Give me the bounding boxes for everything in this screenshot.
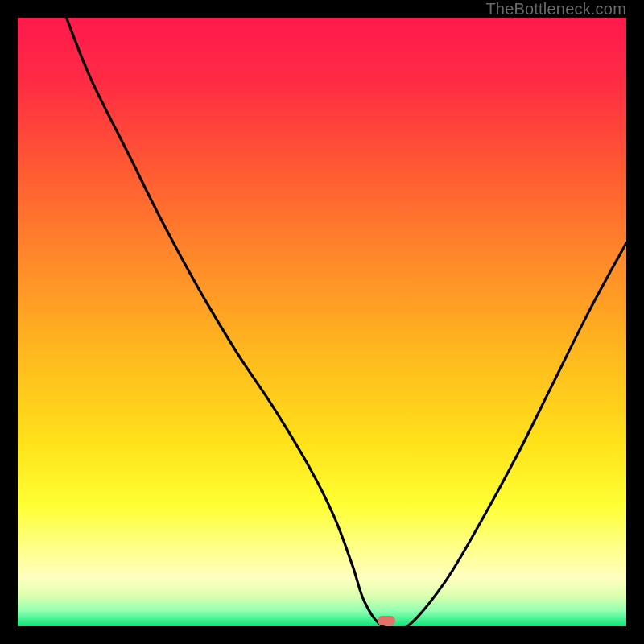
optimal-marker	[378, 616, 395, 625]
plot-area	[18, 18, 626, 626]
bottleneck-curve	[18, 18, 626, 626]
chart-frame: TheBottleneck.com	[0, 0, 644, 644]
watermark-text: TheBottleneck.com	[485, 0, 626, 19]
